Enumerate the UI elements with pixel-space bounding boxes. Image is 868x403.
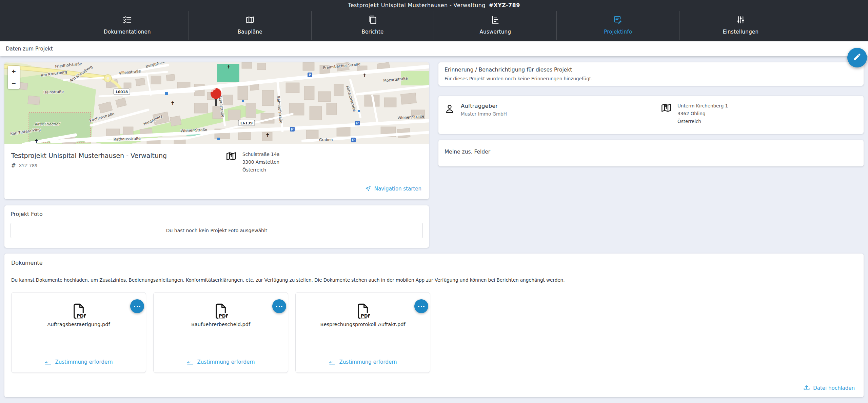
map-zoom-in-button[interactable]: + xyxy=(8,66,20,77)
documents-card: Dokumente Du kannst Dokumente hochladen,… xyxy=(4,254,864,397)
project-photo-card: Projekt Foto Du hast noch kein Projekt F… xyxy=(4,205,429,248)
hash-icon: # xyxy=(11,162,16,169)
svg-text:Alter Friedhof: Alter Friedhof xyxy=(34,122,60,126)
svg-text:Graben: Graben xyxy=(319,138,333,142)
svg-text:P: P xyxy=(291,127,293,131)
left-column: P P P P P ✝✝✝✝✝ Friedhofstraße Am Kre xyxy=(4,62,429,248)
address-line: Schulstraße 14a xyxy=(242,150,280,158)
client-address: Unterm Kirchenberg 1 3362 Öhling Österre… xyxy=(660,102,728,125)
start-navigation-link[interactable]: Navigation starten xyxy=(365,185,421,192)
client-title: Auftraggeber xyxy=(461,103,507,109)
document-menu-button[interactable] xyxy=(414,299,428,313)
photo-empty-text: Du hast noch kein Projekt Foto ausgewähl… xyxy=(166,228,268,233)
pencil-icon xyxy=(853,53,862,63)
ellipsis-icon xyxy=(276,306,277,307)
tab-bauplaene[interactable]: Baupläne xyxy=(189,11,311,40)
document-tile[interactable]: PDF Besprechungsprotokoll Auftakt.pdf Zu… xyxy=(295,292,430,373)
tab-einstellungen[interactable]: Einstellungen xyxy=(679,11,802,40)
svg-text:✝: ✝ xyxy=(34,138,39,144)
svg-text:L6139: L6139 xyxy=(240,121,253,125)
project-code-value: XYZ-789 xyxy=(19,163,37,168)
map-zoom-control: + − xyxy=(8,66,20,89)
map-marker-icon xyxy=(660,102,672,114)
address-line: Österreich xyxy=(242,166,280,174)
window-title-code: #XYZ-789 xyxy=(489,2,520,8)
pdf-file-icon: PDF xyxy=(71,303,86,319)
start-navigation-label: Navigation starten xyxy=(374,186,421,192)
reminder-title: Erinnerung / Benachrichtigung für dieses… xyxy=(445,67,857,73)
reminder-empty-text: Für dieses Projekt wurden noch keine Eri… xyxy=(445,76,857,81)
right-column: Erinnerung / Benachrichtigung für dieses… xyxy=(438,62,864,166)
documents-title: Dokumente xyxy=(11,260,857,266)
tab-label: Projektinfo xyxy=(604,29,632,35)
project-title: Testprojekt Unispital Musterhausen - Ver… xyxy=(11,152,422,159)
custom-fields-title: Meine zus. Felder xyxy=(445,149,857,155)
signature-icon xyxy=(329,358,336,366)
document-menu-button[interactable] xyxy=(130,299,144,313)
svg-text:✝: ✝ xyxy=(226,64,231,70)
documents-list: PDF Auftragsbestaetigung.pdf Zustimmung … xyxy=(11,292,857,373)
svg-text:P: P xyxy=(309,73,311,77)
tab-dokumentationen[interactable]: Dokumentationen xyxy=(66,11,189,40)
tab-auswertung[interactable]: Auswertung xyxy=(434,11,556,40)
ellipsis-icon xyxy=(134,306,135,307)
project-map[interactable]: P P P P P ✝✝✝✝✝ Friedhofstraße Am Kre xyxy=(4,62,429,144)
documents-description: Du kannst Dokumente hochladen, um Zusatz… xyxy=(11,277,857,283)
reminder-card: Erinnerung / Benachrichtigung für dieses… xyxy=(438,62,864,86)
require-approval-link[interactable]: Zustimmung erfordern xyxy=(12,358,146,366)
svg-text:PDF: PDF xyxy=(219,314,228,319)
map-zoom-out-button[interactable]: − xyxy=(8,77,20,89)
require-approval-link[interactable]: Zustimmung erfordern xyxy=(154,358,288,366)
client-name: Muster Immo GmbH xyxy=(461,111,507,117)
sliders-icon xyxy=(736,15,745,26)
app-header: Testprojekt Unispital Musterhausen - Ver… xyxy=(0,0,868,41)
project-card: P P P P P ✝✝✝✝✝ Friedhofstraße Am Kre xyxy=(4,62,429,199)
address-line: 3362 Öhling xyxy=(677,110,728,118)
address-line: 3300 Amstetten xyxy=(242,158,280,166)
svg-text:P: P xyxy=(352,138,354,142)
map-icon xyxy=(245,15,255,26)
tab-label: Dokumentationen xyxy=(104,29,151,35)
tab-label: Berichte xyxy=(362,29,384,35)
map-marker-icon xyxy=(225,150,237,162)
photo-empty-placeholder[interactable]: Du hast noch kein Projekt Foto ausgewähl… xyxy=(11,223,423,238)
svg-text:✝: ✝ xyxy=(362,73,367,79)
breadcrumb-text: Daten zum Projekt xyxy=(6,46,53,52)
document-edit-icon xyxy=(613,15,623,26)
copy-pages-icon xyxy=(368,15,377,26)
page-content: P P P P P ✝✝✝✝✝ Friedhofstraße Am Kre xyxy=(0,56,868,403)
edit-project-button[interactable] xyxy=(847,48,867,67)
window-title: Testprojekt Unispital Musterhausen - Ver… xyxy=(0,0,868,8)
pdf-file-icon: PDF xyxy=(213,303,228,319)
upload-file-link[interactable]: Datei hochladen xyxy=(803,385,855,391)
breadcrumb: Daten zum Projekt xyxy=(0,41,868,56)
document-tile[interactable]: PDF Auftragsbestaetigung.pdf Zustimmung … xyxy=(11,292,146,373)
document-tile[interactable]: PDF Baufuehrerbescheid.pdf Zustimmung er… xyxy=(153,292,288,373)
svg-text:L6018: L6018 xyxy=(116,90,128,94)
address-lines: Schulstraße 14a 3300 Amstetten Österreic… xyxy=(242,150,280,174)
person-icon xyxy=(445,104,455,114)
tab-berichte[interactable]: Berichte xyxy=(311,11,434,40)
address-line: Unterm Kirchenberg 1 xyxy=(677,102,728,110)
ellipsis-icon xyxy=(418,306,419,307)
pdf-file-icon: PDF xyxy=(355,303,370,319)
upload-file-label: Datei hochladen xyxy=(813,385,855,391)
svg-text:PDF: PDF xyxy=(77,314,86,319)
checklist-icon xyxy=(123,15,132,26)
navigation-arrow-icon xyxy=(365,185,371,192)
client-info: Auftraggeber Muster Immo GmbH xyxy=(461,103,507,127)
require-approval-label: Zustimmung erfordern xyxy=(55,359,113,365)
svg-text:PDF: PDF xyxy=(361,314,370,319)
tab-projektinfo[interactable]: Projektinfo xyxy=(556,11,679,40)
signature-icon xyxy=(44,358,52,366)
client-card: Auftraggeber Muster Immo GmbH Unterm Kir… xyxy=(438,96,864,134)
svg-text:P: P xyxy=(356,121,358,125)
document-menu-button[interactable] xyxy=(272,299,286,313)
address-lines: Unterm Kirchenberg 1 3362 Öhling Österre… xyxy=(677,102,728,125)
document-filename: Baufuehrerbescheid.pdf xyxy=(154,322,288,327)
svg-text:✝: ✝ xyxy=(171,100,175,106)
main-nav: Dokumentationen Baupläne Berichte Auswer… xyxy=(66,11,802,40)
document-filename: Auftragsbestaetigung.pdf xyxy=(12,322,146,327)
require-approval-link[interactable]: Zustimmung erfordern xyxy=(296,358,430,366)
tab-label: Einstellungen xyxy=(723,29,759,35)
